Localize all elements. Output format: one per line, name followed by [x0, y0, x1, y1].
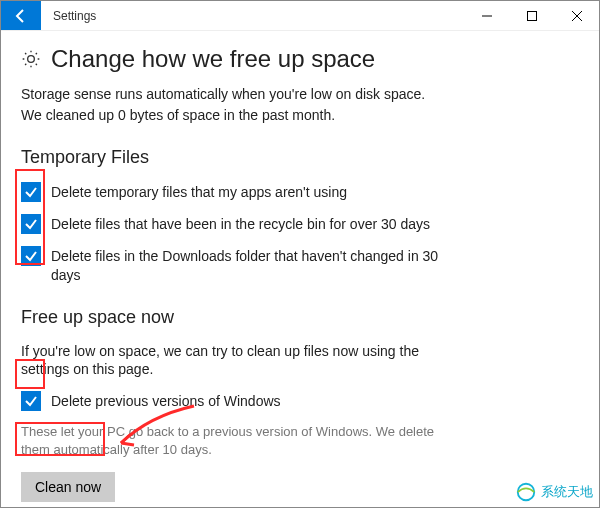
checkbox-label-temp-apps: Delete temporary files that my apps aren…: [51, 182, 347, 202]
checkbox-label-downloads: Delete files in the Downloads folder tha…: [51, 246, 451, 285]
content-area: Change how we free up space Storage sens…: [1, 31, 599, 508]
checkbox-row-prev-windows: Delete previous versions of Windows: [21, 391, 579, 411]
page-description-2: We cleaned up 0 bytes of space in the pa…: [21, 106, 579, 125]
close-icon: [572, 11, 582, 21]
arrow-left-icon: [13, 8, 29, 24]
window-title: Settings: [41, 1, 108, 30]
check-icon: [24, 249, 38, 263]
checkbox-recycle-bin[interactable]: [21, 214, 41, 234]
clean-now-button[interactable]: Clean now: [21, 472, 115, 502]
maximize-icon: [527, 11, 537, 21]
check-icon: [24, 217, 38, 231]
titlebar-spacer: [108, 1, 464, 30]
svg-rect-0: [527, 11, 536, 20]
gear-icon: [21, 49, 41, 69]
checkbox-downloads[interactable]: [21, 246, 41, 266]
minimize-icon: [482, 11, 492, 21]
checkbox-prev-windows[interactable]: [21, 391, 41, 411]
checkbox-label-prev-windows: Delete previous versions of Windows: [51, 391, 281, 411]
page-title: Change how we free up space: [51, 45, 375, 73]
checkbox-row-temp-apps: Delete temporary files that my apps aren…: [21, 182, 579, 202]
page-description-1: Storage sense runs automatically when yo…: [21, 85, 579, 104]
close-button[interactable]: [554, 1, 599, 30]
check-icon: [24, 185, 38, 199]
checkbox-label-recycle-bin: Delete files that have been in the recyc…: [51, 214, 430, 234]
checkbox-row-recycle-bin: Delete files that have been in the recyc…: [21, 214, 579, 234]
page-heading-row: Change how we free up space: [21, 45, 579, 73]
maximize-button[interactable]: [509, 1, 554, 30]
checkbox-temp-apps[interactable]: [21, 182, 41, 202]
checkbox-row-downloads: Delete files in the Downloads folder tha…: [21, 246, 579, 285]
back-button[interactable]: [1, 1, 41, 30]
freeup-note: These let your PC go back to a previous …: [21, 423, 441, 458]
freeup-intro: If you're low on space, we can try to cl…: [21, 342, 441, 380]
minimize-button[interactable]: [464, 1, 509, 30]
check-icon: [24, 394, 38, 408]
titlebar: Settings: [1, 1, 599, 31]
section-heading-freeup: Free up space now: [21, 307, 579, 328]
section-heading-temp: Temporary Files: [21, 147, 579, 168]
